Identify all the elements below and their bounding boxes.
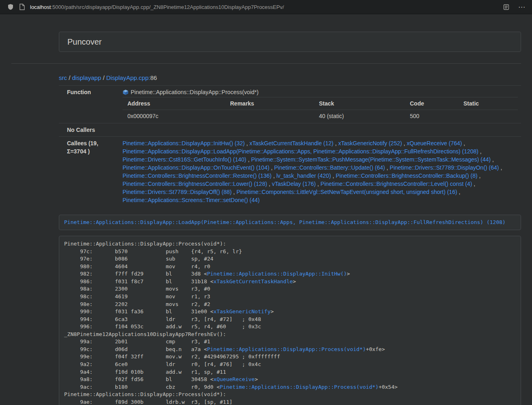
function-remarks	[225, 110, 314, 123]
callee-link[interactable]: Pinetime::System::SystemTask::PushMessag…	[251, 156, 491, 163]
col-header-stack: Stack	[314, 97, 405, 110]
callees-list: Pinetime::Applications::DisplayApp::Init…	[123, 139, 518, 204]
col-header-code: Code	[405, 97, 459, 110]
callee-separator: ,	[402, 140, 407, 146]
function-icon	[123, 89, 129, 95]
callee-link[interactable]: Pinetime::Controllers::BrightnessControl…	[123, 181, 267, 187]
highlighted-callee-link[interactable]: Pinetime::Applications::DisplayApp::Load…	[64, 219, 506, 225]
callee-link[interactable]: vTaskDelay (176)	[272, 181, 316, 187]
callee-separator: ,	[478, 172, 481, 179]
callee-separator: ,	[491, 156, 494, 163]
table-row-callees: Callees (19, Σ=3704 ) Pinetime::Applicat…	[59, 137, 521, 207]
table-row-function: Function Pinetime::Applications::Display…	[59, 86, 521, 123]
table-row-no-callers: No Callers	[59, 123, 521, 137]
callee-link[interactable]: Pinetime::Applications::DisplayApp::Init…	[123, 140, 245, 146]
callee-link[interactable]: Pinetime::Controllers::Battery::Update()…	[274, 164, 385, 171]
code-symbol-link[interactable]: Pinetime::Applications::DisplayApp::Proc…	[220, 384, 379, 390]
callee-separator: ,	[462, 140, 465, 146]
callee-separator: ,	[472, 181, 475, 187]
browser-chrome: localhost:5000/path/src/displayapp/Displ…	[0, 0, 532, 14]
url-host: localhost	[30, 4, 51, 10]
callees-label: Callees (19, Σ=3704 )	[59, 137, 118, 207]
url-bar[interactable]: localhost:5000/path/src/displayapp/Displ…	[30, 4, 495, 10]
function-detail-cell: Pinetime::Applications::DisplayApp::Proc…	[118, 86, 521, 123]
callee-link[interactable]: xTaskGetCurrentTaskHandle (12)	[250, 140, 334, 146]
breadcrumb: src / displayapp / DisplayApp.cpp:86	[59, 74, 521, 82]
function-table: Function Pinetime::Applications::Display…	[59, 85, 521, 207]
callee-link[interactable]: xTaskGenericNotify (252)	[338, 140, 402, 146]
callee-separator: ,	[331, 172, 336, 179]
callee-link[interactable]: Pinetime::Applications::Screens::Timer::…	[123, 197, 260, 203]
details-data-row: 0x0000097c 40 (static) 500	[123, 110, 518, 123]
url-path: :5000/path/src/displayapp/DisplayApp.cpp…	[51, 4, 284, 10]
callee-link[interactable]: xQueueReceive (764)	[407, 140, 462, 146]
function-address: 0x0000097c	[123, 110, 225, 123]
callee-link[interactable]: Pinetime::Drivers::St7789::DisplayOn() (…	[390, 164, 499, 171]
reader-mode-icon[interactable]	[500, 1, 512, 13]
callees-cell: Pinetime::Applications::DisplayApp::Init…	[118, 137, 521, 207]
function-row-label: Function	[59, 86, 118, 123]
callee-separator: ,	[246, 156, 251, 163]
breadcrumb-text: /	[67, 74, 72, 81]
function-name: Pinetime::Applications::DisplayApp::Proc…	[131, 88, 258, 96]
callee-link[interactable]: Pinetime::Controllers::BrightnessControl…	[321, 181, 472, 187]
breadcrumb-text: /	[101, 74, 106, 81]
code-symbol-link[interactable]: xTaskGetCurrentTaskHandle	[213, 278, 293, 284]
chrome-right-controls: ⋯	[500, 1, 527, 13]
callee-separator: ,	[334, 140, 338, 146]
code-symbol-link[interactable]: Pinetime::Applications::DisplayApp::Init…	[207, 271, 347, 277]
menu-ellipsis-icon[interactable]: ⋯	[517, 4, 527, 11]
callee-link[interactable]: Pinetime::Applications::DisplayApp::Load…	[123, 148, 478, 155]
code-symbol-link[interactable]: xQueueReceive	[213, 376, 255, 382]
breadcrumb-link[interactable]: DisplayApp.cpp:	[106, 74, 150, 81]
callee-separator: ,	[316, 181, 321, 187]
col-header-address: Address	[123, 97, 225, 110]
shield-icon[interactable]	[5, 1, 16, 13]
callee-separator: ,	[245, 140, 250, 146]
callee-separator: ,	[385, 164, 390, 171]
callee-separator: ,	[499, 164, 502, 171]
callee-link[interactable]: Pinetime::Applications::DisplayApp::OnTo…	[123, 164, 269, 171]
page-info-icon[interactable]	[16, 1, 28, 13]
code-symbol-link[interactable]: xTaskGenericNotify	[213, 308, 271, 315]
callee-separator: ,	[267, 181, 272, 187]
no-callers-label: No Callers	[59, 123, 118, 137]
function-static	[459, 110, 518, 123]
callee-link[interactable]: Pinetime::Drivers::Cst816S::GetTouchInfo…	[123, 156, 246, 163]
col-header-remarks: Remarks	[225, 97, 314, 110]
breadcrumb-text: 86	[150, 74, 157, 81]
code-symbol-link[interactable]: Pinetime::Applications::DisplayApp::Proc…	[207, 346, 366, 352]
callee-separator: ,	[232, 189, 237, 195]
callee-separator: ,	[478, 148, 482, 155]
function-details-table: Address Remarks Stack Code Static 0x0000…	[123, 97, 518, 122]
callee-link[interactable]: lv_task_handler (420)	[276, 172, 331, 179]
highlighted-callee-box: Pinetime::Applications::DisplayApp::Load…	[59, 215, 521, 230]
callee-link[interactable]: Pinetime::Drivers::St7789::DisplayOff() …	[123, 189, 232, 195]
callee-separator: ,	[271, 172, 276, 179]
callee-link[interactable]: Pinetime::Controllers::BrightnessControl…	[123, 172, 271, 179]
breadcrumb-link[interactable]: displayapp	[72, 74, 101, 81]
no-callers-cell	[118, 123, 521, 137]
disassembly: Pinetime::Applications::DisplayApp::Proc…	[59, 236, 521, 405]
function-code: 500	[405, 110, 459, 123]
col-header-static: Static	[459, 97, 518, 110]
callee-separator: ,	[269, 164, 274, 171]
breadcrumb-link[interactable]: src	[59, 74, 67, 81]
callee-link[interactable]: Pinetime::Components::LittleVgl::SetNewT…	[237, 189, 457, 195]
function-stack: 40 (static)	[314, 110, 405, 123]
callee-separator: ,	[457, 189, 461, 195]
divider	[11, 63, 521, 64]
callee-link[interactable]: Pinetime::Controllers::BrightnessControl…	[336, 172, 477, 179]
page-title: Puncover	[67, 37, 102, 46]
app-header-panel: Puncover	[59, 32, 521, 52]
details-header-row: Address Remarks Stack Code Static	[123, 97, 518, 110]
